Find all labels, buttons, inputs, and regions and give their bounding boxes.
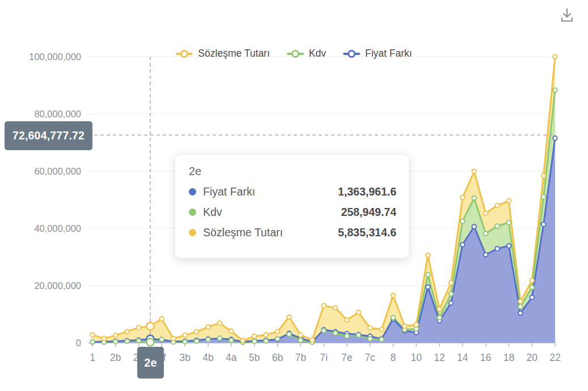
data-point-marker[interactable] — [287, 332, 291, 337]
data-point-marker[interactable] — [379, 337, 384, 342]
y-axis-label: 60,000,000 — [34, 166, 81, 176]
data-point-marker[interactable] — [287, 315, 291, 320]
legend-item-sozlesme-tutari[interactable]: Sözleşme Tutarı — [176, 48, 269, 60]
data-point-marker[interactable] — [160, 317, 164, 321]
data-point-marker[interactable] — [484, 253, 488, 257]
data-point-marker[interactable] — [356, 311, 361, 315]
data-point-marker[interactable] — [507, 199, 511, 203]
y-axis-label: 40,000,000 — [34, 223, 81, 233]
data-point-marker[interactable] — [345, 318, 349, 322]
data-point-marker[interactable] — [391, 293, 396, 298]
data-point-marker[interactable] — [414, 327, 418, 332]
data-point-marker[interactable] — [460, 196, 465, 200]
data-point-marker[interactable] — [171, 337, 176, 341]
download-button[interactable] — [559, 6, 576, 23]
data-point-marker[interactable] — [218, 321, 222, 325]
data-point-marker[interactable] — [322, 304, 326, 308]
data-point-marker[interactable] — [90, 333, 95, 337]
data-point-marker[interactable] — [449, 301, 454, 305]
chart-legend: Sözleşme TutarıKdvFiyat Farkı — [0, 48, 588, 60]
x-axis-label: 1 — [90, 352, 95, 363]
data-point-marker[interactable] — [391, 316, 396, 320]
data-point-marker[interactable] — [507, 244, 511, 248]
data-point-marker[interactable] — [530, 285, 534, 290]
data-point-marker[interactable] — [102, 337, 107, 341]
data-point-marker[interactable] — [426, 273, 430, 277]
data-point-marker[interactable] — [264, 333, 268, 337]
data-point-marker[interactable] — [276, 337, 280, 341]
data-point-marker[interactable] — [183, 339, 187, 344]
data-point-marker[interactable] — [484, 211, 488, 215]
data-point-marker[interactable] — [322, 329, 326, 333]
data-point-marker[interactable] — [345, 334, 349, 338]
data-point-marker[interactable] — [113, 333, 118, 338]
data-point-marker[interactable] — [518, 311, 523, 316]
data-point-marker[interactable] — [437, 307, 442, 312]
data-point-marker[interactable] — [125, 339, 129, 343]
data-point-marker[interactable] — [403, 324, 407, 329]
data-point-marker[interactable] — [530, 278, 534, 283]
data-point-marker[interactable] — [542, 222, 546, 227]
data-point-marker[interactable] — [252, 334, 257, 339]
data-point-marker[interactable] — [206, 325, 210, 329]
data-point-marker[interactable] — [298, 338, 303, 343]
data-point-marker[interactable] — [472, 169, 476, 174]
data-point-marker[interactable] — [518, 299, 523, 304]
legend-item-fiyat-farki[interactable]: Fiyat Farkı — [343, 48, 412, 60]
data-point-marker[interactable] — [137, 338, 141, 343]
data-point-marker[interactable] — [194, 339, 199, 343]
data-point-marker[interactable] — [379, 328, 384, 332]
data-point-marker[interactable] — [113, 339, 118, 344]
data-point-marker[interactable] — [229, 338, 234, 343]
data-point-marker[interactable] — [356, 333, 361, 338]
data-point-marker[interactable] — [484, 231, 488, 236]
data-point-marker[interactable] — [368, 337, 373, 341]
data-point-marker[interactable] — [310, 338, 315, 342]
data-point-marker[interactable] — [276, 330, 280, 334]
legend-item-kdv[interactable]: Kdv — [287, 48, 326, 60]
data-point-marker[interactable] — [553, 136, 557, 141]
data-point-marker[interactable] — [460, 219, 465, 224]
highlighted-data-point[interactable] — [147, 338, 154, 346]
data-point-marker[interactable] — [414, 322, 418, 327]
data-point-marker[interactable] — [472, 224, 476, 229]
x-axis-label: 3b — [179, 352, 190, 363]
data-point-marker[interactable] — [542, 195, 546, 199]
data-point-marker[interactable] — [333, 331, 338, 335]
data-point-marker[interactable] — [206, 338, 210, 342]
data-point-marker[interactable] — [252, 339, 257, 343]
data-point-marker[interactable] — [218, 336, 222, 341]
data-point-marker[interactable] — [194, 330, 199, 334]
x-axis-label: 2b — [110, 352, 121, 363]
data-point-marker[interactable] — [542, 173, 546, 178]
data-point-marker[interactable] — [553, 88, 557, 92]
data-point-marker[interactable] — [495, 246, 500, 251]
tooltip-series-dot-icon — [189, 209, 196, 216]
data-point-marker[interactable] — [495, 203, 500, 208]
data-point-marker[interactable] — [437, 316, 442, 320]
data-point-marker[interactable] — [426, 253, 430, 258]
data-point-marker[interactable] — [240, 338, 245, 343]
data-point-marker[interactable] — [460, 243, 465, 247]
data-point-marker[interactable] — [183, 333, 187, 338]
tooltip-series-label: Fiyat Farkı — [203, 185, 255, 198]
highlighted-data-point[interactable] — [147, 322, 154, 330]
data-point-marker[interactable] — [90, 339, 95, 344]
data-point-marker[interactable] — [137, 325, 141, 330]
chart-tooltip: 2e Fiyat Farkı1,363,961.6Kdv258,949.74Sö… — [175, 154, 409, 258]
data-point-marker[interactable] — [333, 306, 338, 311]
data-point-marker[interactable] — [229, 329, 234, 334]
data-point-marker[interactable] — [449, 280, 454, 285]
data-point-marker[interactable] — [495, 224, 500, 228]
data-point-marker[interactable] — [160, 337, 164, 342]
data-point-marker[interactable] — [472, 196, 476, 201]
data-point-marker[interactable] — [507, 220, 511, 225]
data-point-marker[interactable] — [264, 339, 268, 343]
data-point-marker[interactable] — [426, 285, 430, 290]
data-point-marker[interactable] — [449, 292, 454, 296]
data-point-marker[interactable] — [530, 295, 534, 300]
data-point-marker[interactable] — [368, 326, 373, 330]
data-point-marker[interactable] — [518, 304, 523, 309]
data-point-marker[interactable] — [298, 333, 303, 337]
data-point-marker[interactable] — [125, 330, 129, 334]
